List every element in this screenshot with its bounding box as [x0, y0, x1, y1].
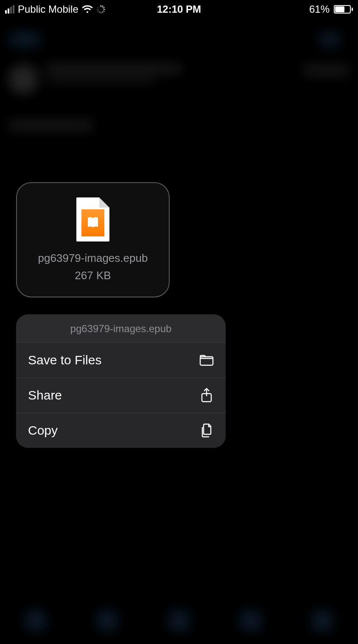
svg-rect-0 [101, 5, 101, 7]
svg-rect-6 [101, 12, 101, 14]
wifi-icon [82, 5, 93, 14]
battery-icon [332, 5, 353, 14]
loading-spinner-icon [96, 5, 106, 14]
menu-item-label: Copy [28, 423, 58, 438]
epub-file-icon [76, 197, 109, 242]
svg-rect-10 [97, 7, 99, 8]
svg-rect-8 [97, 10, 99, 12]
svg-rect-1 [102, 6, 103, 8]
battery-percent: 61% [309, 3, 330, 15]
file-preview-card[interactable]: pg63979-images.epub 267 KB [16, 182, 170, 297]
svg-rect-2 [103, 7, 105, 8]
svg-rect-11 [98, 6, 100, 8]
status-bar: Public Mobile 12:10 PM 61% [0, 0, 358, 19]
menu-save-to-files[interactable]: Save to Files [16, 342, 226, 378]
svg-rect-5 [102, 11, 103, 13]
menu-item-label: Share [28, 388, 62, 402]
cell-signal-icon [5, 5, 14, 14]
folder-icon [199, 354, 214, 366]
svg-rect-4 [103, 10, 105, 12]
context-menu-header: pg63979-images.epub [16, 314, 226, 342]
clock: 12:10 PM [157, 3, 201, 15]
menu-item-label: Save to Files [28, 353, 101, 367]
file-name: pg63979-images.epub [38, 252, 148, 265]
share-icon [199, 389, 214, 402]
svg-rect-3 [103, 9, 105, 10]
svg-rect-7 [98, 11, 100, 13]
carrier-label: Public Mobile [18, 3, 78, 15]
svg-rect-9 [97, 9, 99, 10]
menu-copy[interactable]: Copy [16, 413, 226, 448]
file-size: 267 KB [75, 269, 111, 282]
context-menu: pg63979-images.epub Save to Files Share … [16, 314, 226, 448]
menu-share[interactable]: Share [16, 378, 226, 413]
copy-icon [199, 424, 214, 437]
